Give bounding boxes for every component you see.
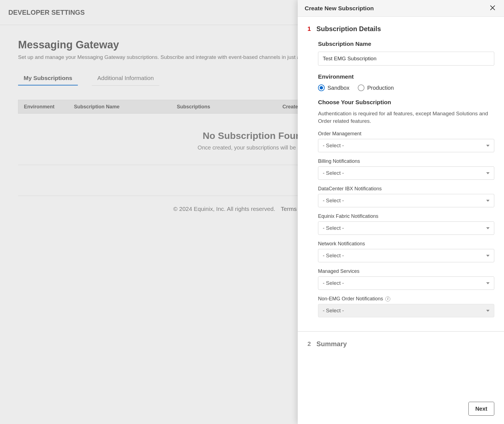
fabric-group: Equinix Fabric Notifications - Select - <box>318 213 494 235</box>
order-management-select[interactable]: - Select - <box>318 139 494 152</box>
select-value: - Select - <box>323 308 344 314</box>
caret-down-icon <box>486 282 490 284</box>
close-icon <box>490 5 496 11</box>
select-value: - Select - <box>323 143 344 149</box>
page-header-title: DEVELOPER SETTINGS <box>8 9 85 16</box>
drawer-header: Create New Subscription <box>298 0 504 17</box>
caret-down-icon <box>486 172 490 174</box>
footer-copyright: © 2024 Equinix, Inc. All rights reserved… <box>173 206 275 212</box>
non-emg-label-text: Non-EMG Order Notifications <box>318 296 383 302</box>
radio-production-label: Production <box>367 85 394 91</box>
next-button[interactable]: Next <box>468 402 494 416</box>
non-emg-select: - Select - <box>318 304 494 317</box>
fabric-select[interactable]: - Select - <box>318 221 494 235</box>
col-subscription-name: Subscription Name <box>74 104 177 110</box>
non-emg-label: Non-EMG Order Notifications i <box>318 296 494 302</box>
radio-production-circle <box>358 84 364 91</box>
select-value: - Select - <box>323 225 344 231</box>
info-icon[interactable]: i <box>385 296 390 301</box>
billing-label: Billing Notifications <box>318 158 494 164</box>
billing-select[interactable]: - Select - <box>318 166 494 180</box>
create-subscription-drawer: Create New Subscription 1 Subscription D… <box>298 0 504 424</box>
col-subscriptions: Subscriptions <box>177 104 282 110</box>
step-2-section: 2 Summary <box>298 331 504 348</box>
caret-down-icon <box>486 310 490 312</box>
step-2-number: 2 <box>307 340 311 348</box>
datacenter-label: DataCenter IBX Notifications <box>318 186 494 192</box>
caret-down-icon <box>486 227 490 229</box>
col-environment: Environment <box>24 104 74 110</box>
managed-select[interactable]: - Select - <box>318 276 494 290</box>
radio-production[interactable]: Production <box>358 84 394 91</box>
network-group: Network Notifications - Select - <box>318 241 494 262</box>
drawer-footer: Next <box>298 397 504 424</box>
form-section: Subscription Name Environment Sandbox Pr… <box>307 41 494 317</box>
environment-radio-group: Sandbox Production <box>318 84 494 91</box>
step-1-number: 1 <box>307 25 311 33</box>
managed-label: Managed Services <box>318 268 494 274</box>
step-2-header: 2 Summary <box>307 340 494 348</box>
managed-group: Managed Services - Select - <box>318 268 494 290</box>
step-1-header: 1 Subscription Details <box>307 25 494 33</box>
step-1-title: Subscription Details <box>316 25 381 33</box>
datacenter-group: DataCenter IBX Notifications - Select - <box>318 186 494 207</box>
step-2-title: Summary <box>316 340 347 348</box>
select-value: - Select - <box>323 170 344 176</box>
subscription-name-input[interactable] <box>318 52 494 66</box>
subscription-name-label: Subscription Name <box>318 41 494 47</box>
radio-sandbox-label: Sandbox <box>327 85 349 91</box>
select-value: - Select - <box>323 198 344 204</box>
caret-down-icon <box>486 255 490 257</box>
tab-additional-info[interactable]: Additional Information <box>92 71 159 86</box>
choose-subscription-label: Choose Your Subscription <box>318 99 494 106</box>
order-management-label: Order Management <box>318 131 494 137</box>
drawer-title: Create New Subscription <box>305 5 374 12</box>
select-value: - Select - <box>323 280 344 286</box>
datacenter-select[interactable]: - Select - <box>318 194 494 207</box>
fabric-label: Equinix Fabric Notifications <box>318 213 494 219</box>
close-button[interactable] <box>488 3 497 13</box>
caret-down-icon <box>486 200 490 202</box>
caret-down-icon <box>486 145 490 147</box>
tab-my-subscriptions[interactable]: My Subscriptions <box>18 71 78 86</box>
radio-sandbox[interactable]: Sandbox <box>318 84 349 91</box>
billing-group: Billing Notifications - Select - <box>318 158 494 180</box>
select-value: - Select - <box>323 253 344 259</box>
environment-label: Environment <box>318 73 494 80</box>
choose-subscription-helper: Authentication is required for all featu… <box>318 110 494 125</box>
network-label: Network Notifications <box>318 241 494 247</box>
drawer-body: 1 Subscription Details Subscription Name… <box>298 17 504 397</box>
radio-sandbox-circle <box>318 84 325 91</box>
network-select[interactable]: - Select - <box>318 249 494 262</box>
order-management-group: Order Management - Select - <box>318 131 494 152</box>
non-emg-group: Non-EMG Order Notifications i - Select - <box>318 296 494 317</box>
